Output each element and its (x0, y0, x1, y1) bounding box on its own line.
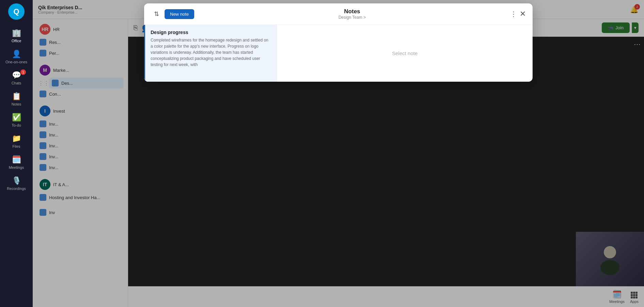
modal-title: Notes (338, 8, 366, 15)
modal-body: Design progress Completed wireframes for… (144, 25, 533, 82)
notes-icon: 📋 (12, 92, 21, 101)
chats-icon: 💬 (12, 71, 21, 80)
sidebar-item-chats[interactable]: 💬 Chats 1 (0, 67, 33, 88)
sidebar-label-notes: Notes (12, 102, 21, 106)
sidebar-label-recordings: Recordings (7, 187, 26, 191)
sidebar-item-todo[interactable]: ✅ To-do (0, 110, 33, 131)
sidebar-item-notes[interactable]: 📋 Notes (0, 88, 33, 110)
sidebar-item-recordings[interactable]: 🎙️ Recordings (0, 173, 33, 194)
files-icon: 📁 (12, 134, 21, 143)
sidebar-item-files[interactable]: 📁 Files (0, 131, 33, 152)
note-item-design-progress[interactable]: Design progress Completed wireframes for… (144, 25, 277, 82)
new-note-button[interactable]: New note (165, 9, 194, 19)
meetings-icon: 🗓️ (12, 155, 21, 164)
modal-overlay: ⇅ New note Notes Design Team > ⋮ ✕ (33, 0, 644, 307)
note-detail-pane: Select note (277, 25, 533, 82)
one-on-ones-icon: 👤 (12, 50, 21, 59)
sidebar-label-office: Office (12, 39, 21, 43)
modal-header-right: ⋮ ✕ (510, 10, 526, 18)
office-icon: 🏢 (12, 29, 21, 37)
sidebar-label-one-on-ones: One-on-ones (5, 60, 27, 64)
notes-modal: ⇅ New note Notes Design Team > ⋮ ✕ (144, 3, 533, 82)
notes-list-pane: Design progress Completed wireframes for… (144, 25, 277, 82)
sidebar: Q 🏢 Office 👤 One-on-ones 💬 Chats 1 📋 Not… (0, 0, 33, 307)
main-content: Qik Enterprises D... Company · Enterpris… (33, 0, 644, 307)
note-detail-placeholder: Select note (392, 50, 417, 56)
modal-header: ⇅ New note Notes Design Team > ⋮ ✕ (144, 3, 533, 25)
modal-more-button[interactable]: ⋮ (510, 10, 517, 18)
note-preview-design-progress: Completed wireframes for the homepage re… (151, 37, 271, 68)
note-title-design-progress: Design progress (151, 30, 271, 35)
todo-icon: ✅ (12, 113, 21, 122)
sort-button[interactable]: ⇅ (151, 9, 162, 19)
new-note-label: New note (170, 12, 189, 17)
modal-subtitle: Design Team > (338, 15, 366, 20)
chats-badge: 1 (20, 69, 26, 75)
modal-header-left: ⇅ New note (151, 9, 194, 19)
sidebar-item-meetings[interactable]: 🗓️ Meetings (0, 152, 33, 173)
sidebar-item-one-on-ones[interactable]: 👤 One-on-ones (0, 46, 33, 67)
sidebar-label-files: Files (12, 144, 20, 148)
sidebar-label-chats: Chats (12, 81, 21, 85)
sidebar-item-office[interactable]: 🏢 Office (0, 25, 33, 46)
modal-header-center: Notes Design Team > (338, 8, 366, 20)
app-logo: Q (8, 3, 25, 20)
sidebar-label-todo: To-do (12, 123, 21, 127)
modal-more-icon: ⋮ (510, 10, 517, 18)
modal-close-icon: ✕ (520, 10, 526, 18)
sidebar-label-meetings: Meetings (9, 165, 24, 169)
sort-icon: ⇅ (154, 10, 159, 18)
recordings-icon: 🎙️ (12, 176, 21, 185)
modal-close-button[interactable]: ✕ (520, 10, 526, 18)
